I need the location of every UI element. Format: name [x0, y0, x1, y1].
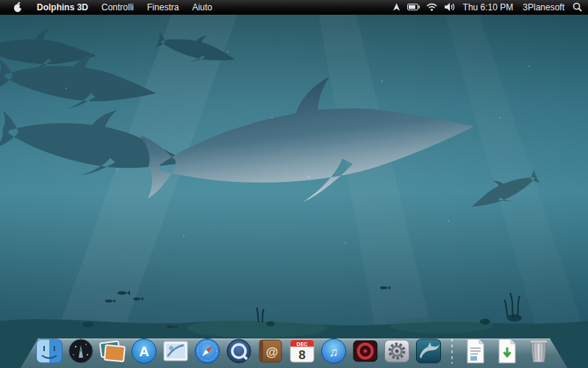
menu-app-name[interactable]: Dolphins 3D	[30, 0, 95, 15]
dolphins-3d-dock-icon[interactable]	[415, 337, 442, 365]
battery-icon[interactable]	[407, 4, 420, 10]
menu-controlli[interactable]: Controlli	[95, 0, 140, 15]
app-store-dock-icon[interactable]: A	[130, 337, 158, 365]
menu-aiuto[interactable]: Aiuto	[185, 0, 218, 15]
menu-finestra[interactable]: Finestra	[140, 0, 185, 15]
photo-stack-dock-icon[interactable]	[98, 337, 126, 365]
dock-separator	[451, 339, 453, 364]
space-app-dock-icon[interactable]	[67, 337, 95, 365]
finder-dock-icon[interactable]	[35, 337, 63, 365]
quicktime-dock-icon[interactable]	[225, 337, 253, 365]
dock-items: A	[0, 337, 588, 365]
menu-bar: Dolphins 3D Controlli Finestra Aiuto	[0, 0, 588, 15]
document-2-dock-icon[interactable]	[493, 337, 521, 365]
menu-bar-clock[interactable]: Thu 6:10 PM	[462, 2, 515, 13]
location-arrow-icon[interactable]	[392, 3, 401, 12]
safari-dock-icon[interactable]	[193, 337, 221, 365]
itunes-dock-icon[interactable]: ♫	[320, 337, 348, 365]
address-book-at: @	[266, 345, 279, 359]
dvd-player-dock-icon[interactable]	[351, 337, 379, 365]
document-1-dock-icon[interactable]	[462, 337, 490, 365]
wifi-icon[interactable]	[426, 3, 437, 11]
spotlight-icon[interactable]	[573, 2, 582, 12]
apple-menu[interactable]	[6, 0, 30, 14]
app-store-letter: A	[139, 344, 149, 359]
volume-icon[interactable]	[444, 2, 455, 12]
address-book-dock-icon[interactable]: @	[257, 337, 284, 365]
menu-bar-left: Dolphins 3D Controlli Finestra Aiuto	[6, 0, 219, 14]
itunes-note: ♫	[329, 345, 339, 359]
trash-dock-icon[interactable]	[525, 337, 553, 365]
underwater-wallpaper	[0, 0, 588, 368]
menu-bar-status-area: Thu 6:10 PM 3Planesoft	[392, 0, 582, 14]
system-preferences-dock-icon[interactable]	[383, 337, 411, 365]
menu-bar-vendor[interactable]: 3Planesoft	[521, 2, 566, 13]
ical-day: 8	[298, 348, 305, 362]
ical-dock-icon[interactable]: DEC 8	[288, 337, 316, 365]
dock: A	[0, 325, 588, 368]
ical-month: DEC	[297, 342, 308, 347]
mail-dock-icon[interactable]	[162, 337, 190, 365]
apple-logo	[13, 1, 23, 13]
